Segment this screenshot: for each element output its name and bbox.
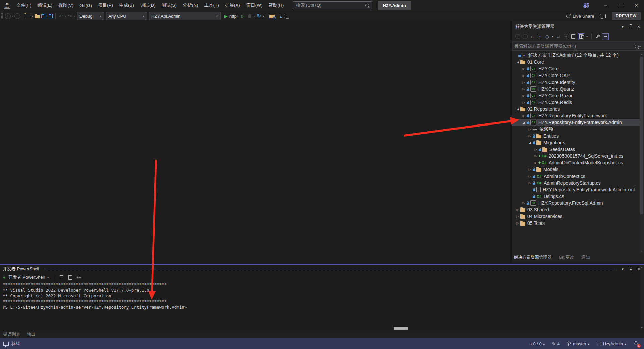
pin-icon[interactable] — [628, 266, 633, 272]
tree-collapsed-icon[interactable]: ▷ — [533, 161, 538, 164]
solution-explorer-search-input[interactable]: 搜索解决方案资源管理器(Ctrl+;) ▾ — [512, 42, 644, 51]
window-position-dropdown[interactable]: ▾ — [620, 266, 625, 272]
explorer-forward-button[interactable]: › — [522, 34, 528, 40]
tree-item[interactable]: ▷C#HZY.Core.Quartz — [512, 86, 644, 92]
tree-collapsed-icon[interactable]: ▷ — [521, 94, 526, 97]
tree-item[interactable]: </>HZY.Repository.EntityFramework.Admin.… — [512, 186, 644, 193]
scroll-down-icon[interactable]: ▾ — [640, 326, 644, 329]
filter-dropdown[interactable]: ▾ — [552, 35, 553, 38]
preview-channel-button[interactable]: PREVIEW — [612, 12, 641, 20]
close-panel-button[interactable]: ✕ — [636, 24, 641, 29]
pending-changes-filter-icon[interactable]: ◷ — [544, 34, 550, 40]
collapse-all-icon[interactable]: − — [563, 34, 569, 40]
redo-dropdown[interactable]: ▾ — [74, 15, 75, 18]
tree-item[interactable]: ▷+C#AdminDbContextModelSnapshot.cs — [512, 159, 644, 166]
properties-pages-icon[interactable] — [570, 34, 576, 40]
new-item-button[interactable] — [24, 12, 31, 20]
tree-item[interactable]: ▷C#HZY.Repository.FreeSql.Admin — [512, 200, 644, 206]
tree-collapsed-icon[interactable]: ▷ — [527, 134, 532, 138]
paste-icon[interactable] — [67, 274, 73, 280]
tree-collapsed-icon[interactable]: ▷ — [515, 215, 520, 218]
search-options-dropdown[interactable]: ▾ — [639, 45, 641, 48]
tree-item[interactable]: ▷C#HZY.Core.Razor — [512, 92, 644, 99]
tree-item[interactable]: ▷05 Tests — [512, 220, 644, 227]
toolbar-grip[interactable] — [1, 13, 3, 19]
undo-button[interactable]: ↶ — [57, 12, 64, 20]
tree-collapsed-icon[interactable]: ▷ — [515, 208, 520, 211]
undo-dropdown[interactable]: ▾ — [65, 15, 66, 18]
scroll-up-icon[interactable]: ▴ — [640, 53, 644, 56]
scrollbar-thumb[interactable] — [640, 57, 643, 214]
tree-item[interactable]: ◢01 Core — [512, 59, 644, 65]
git-branch-status[interactable]: master ▴ — [567, 341, 589, 346]
panel-tab-0[interactable]: 解决方案资源管理器 — [514, 255, 552, 260]
new-item-dropdown[interactable]: ▾ — [32, 15, 33, 18]
solution-name-badge[interactable]: HZY.Admin — [378, 1, 411, 10]
pending-edits-status[interactable]: ✎ 4 — [552, 341, 560, 346]
menu-item-1[interactable]: 编辑(E) — [34, 0, 55, 11]
git-sync-status[interactable]: ↑↓ 0 / 0 ▴ — [529, 341, 545, 346]
menu-item-9[interactable]: 工具(T) — [201, 0, 222, 11]
panel-tab-2[interactable]: 通知 — [581, 255, 590, 260]
feedback-button[interactable] — [600, 12, 606, 20]
window-position-dropdown[interactable]: ▾ — [620, 24, 625, 29]
open-folder-button[interactable] — [34, 12, 40, 20]
git-repository-status[interactable]: HzyAdmin ▴ — [597, 341, 626, 346]
close-button[interactable]: ✕ — [629, 0, 644, 11]
properties-wrench-icon[interactable] — [595, 34, 601, 40]
configuration-dropdown[interactable]: Debug▾ — [77, 12, 104, 20]
tree-item[interactable]: ▷C#AdminDbContext.cs — [512, 173, 644, 180]
tree-item[interactable]: ▷+C#20230530015744_SqlServer_init.cs — [512, 153, 644, 159]
tree-item[interactable]: ▷Entities — [512, 133, 644, 139]
navigate-back-button[interactable]: ‹ — [4, 12, 11, 20]
tree-collapsed-icon[interactable]: ▷ — [521, 74, 526, 77]
tree-item[interactable]: ▷04 Microservices — [512, 213, 644, 220]
find-in-files-button[interactable] — [269, 12, 275, 20]
tree-collapsed-icon[interactable]: ▷ — [521, 81, 526, 84]
tree-expanded-icon[interactable]: ◢ — [527, 141, 532, 144]
panel-tab-1[interactable]: Git 更改 — [559, 255, 574, 260]
scroll-down-icon[interactable]: ▾ — [640, 250, 644, 253]
tree-collapsed-icon[interactable]: ▷ — [533, 148, 538, 151]
scroll-up-icon[interactable]: ▴ — [640, 266, 644, 269]
bottom-tab-1[interactable]: 输出 — [27, 332, 35, 337]
preview-selected-items-toggle[interactable] — [602, 33, 609, 40]
copy-icon[interactable] — [58, 274, 64, 280]
redo-button[interactable]: ↷ — [67, 12, 73, 20]
live-share-button[interactable]: Live Share — [566, 14, 594, 19]
minimize-button[interactable]: ─ — [598, 0, 613, 11]
run-profile-dropdown[interactable]: ▾ — [237, 15, 239, 18]
notifications-bell[interactable]: 1 — [633, 341, 639, 347]
tree-collapsed-icon[interactable]: ▷ — [527, 168, 532, 171]
navigate-forward-button[interactable]: › — [14, 12, 20, 20]
platform-dropdown[interactable]: Any CPU▾ — [106, 12, 147, 20]
quick-search-input[interactable]: 搜索 (Ctrl+Q) — [293, 1, 372, 9]
navigate-back-dropdown[interactable]: ▾ — [12, 15, 13, 18]
tree-expanded-icon[interactable]: ◢ — [515, 61, 520, 64]
tree-collapsed-icon[interactable]: ▷ — [527, 181, 532, 185]
tree-collapsed-icon[interactable]: ▷ — [521, 101, 526, 104]
save-button[interactable] — [40, 12, 47, 20]
tree-item[interactable]: ▷C#AdminRepositoryStartup.cs — [512, 180, 644, 186]
menu-item-0[interactable]: 文件(F) — [13, 0, 34, 11]
sync-with-active-document-icon[interactable]: ⇄ — [555, 34, 561, 40]
menu-item-2[interactable]: 视图(V) — [55, 0, 76, 11]
account-avatar[interactable]: 郝 — [583, 2, 589, 9]
horizontal-scrollbar-thumb[interactable] — [394, 327, 408, 330]
home-icon[interactable]: ⌂ — [529, 34, 535, 40]
tree-collapsed-icon[interactable]: ▷ — [521, 114, 526, 117]
terminal-scrollbar[interactable]: ▴ ▾ — [640, 265, 644, 330]
start-debug-button[interactable]: ▶ http ▾ — [224, 12, 239, 20]
tree-item[interactable]: ◢Migrations — [512, 139, 644, 146]
tree-item[interactable]: ▷C#HZY.Core.Identity — [512, 79, 644, 86]
tree-item[interactable]: ◢C#HZY.Repository.EntityFramework.Admin — [512, 119, 644, 126]
terminal-grip[interactable] — [44, 268, 615, 270]
explorer-back-button[interactable]: ‹ — [515, 34, 521, 40]
bottom-tab-0[interactable]: 错误列表 — [3, 332, 20, 337]
tree-item[interactable]: ▷C#HZY.Repository.EntityFramework — [512, 112, 644, 119]
menu-item-4[interactable]: 项目(P) — [95, 0, 116, 11]
save-all-button[interactable] — [47, 12, 54, 20]
menu-item-12[interactable]: 帮助(H) — [265, 0, 287, 11]
tree-item[interactable]: ▷依赖项 — [512, 126, 644, 133]
tree-item[interactable]: ▷SeedsDatas — [512, 146, 644, 153]
